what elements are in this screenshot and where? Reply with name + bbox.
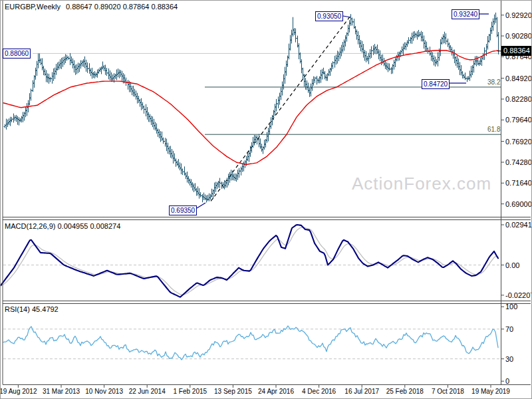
price-level-box[interactable]: 0.93050 (315, 11, 343, 21)
label-connector (197, 203, 205, 208)
date-label: 19 Aug 2012 (0, 388, 37, 395)
rsi-panel-label: RSI(14) 45.4792 (5, 305, 59, 313)
rsi-indicator-value: 45.4792 (32, 305, 59, 313)
fib-label-61.8: 61.8 (487, 126, 500, 133)
date-label: 13 Sep 2015 (214, 388, 252, 395)
date-label: 19 May 2019 (471, 388, 510, 395)
price-axis-label: 0.79640 (505, 116, 532, 124)
close-value: 0.88364 (151, 3, 178, 11)
rsi-indicator-name: RSI(14) (5, 305, 30, 313)
date-label: 7 Oct 2018 (432, 388, 464, 395)
symbol-timeframe-label: EURGBP,Weekly (5, 3, 61, 11)
open-value: 0.88647 (66, 3, 92, 11)
date-label: 31 Mar 2013 (43, 388, 80, 395)
price-axis-label: 0.90280 (505, 32, 532, 40)
high-value: 0.89020 (94, 3, 121, 11)
fib-label-38.2: 38.2 (487, 78, 500, 86)
rsi-axis-label: 30 (505, 355, 513, 363)
price-level-box[interactable]: 0.69350 (169, 205, 197, 215)
label-connector (343, 16, 350, 17)
price-axis-label: 0.82280 (505, 95, 532, 103)
watermark: ActionForex.com (352, 174, 491, 194)
rsi-line (3, 326, 498, 360)
date-label: 4 Dec 2016 (302, 388, 336, 395)
macd-indicator-values: 0.004955 0.008274 (57, 222, 120, 230)
price-level-box[interactable]: 0.93240 (452, 9, 479, 19)
chart-window: EURGBP,Weekly0.88647 0.89020 0.87864 0.8… (0, 0, 532, 399)
price-axis-label: 0.76920 (505, 138, 532, 146)
price-axis-label: 0.74280 (505, 158, 532, 166)
current-price-tag: 0.88364 (501, 46, 532, 56)
date-label: 1 Feb 2015 (173, 388, 207, 395)
date-label: 10 Nov 2013 (85, 388, 123, 395)
rsi-axis-label: 0 (505, 377, 509, 385)
macd-panel-label: MACD(12,26,9) 0.004955 0.008274 (5, 222, 120, 230)
rsi-axis-label: 100 (505, 303, 517, 311)
trendline (211, 15, 351, 201)
price-axis-label: 0.69000 (505, 200, 532, 208)
date-label: 25 Feb 2018 (386, 388, 424, 395)
date-label: 22 Jun 2014 (129, 388, 166, 395)
price-axis-label: 0.71640 (505, 179, 532, 187)
date-label: 24 Apr 2016 (258, 388, 294, 395)
price-level-box[interactable]: 0.88060 (3, 49, 31, 59)
macd-axis-label: 0.00 (505, 261, 519, 269)
macd-axis-label: 0.029412 (505, 221, 532, 229)
macd-line (1, 225, 498, 297)
price-axis-label: 0.92920 (505, 11, 532, 19)
price-plot-svg[interactable] (1, 1, 532, 399)
macd-indicator-name: MACD(12,26,9) (5, 222, 55, 230)
macd-signal-line (1, 227, 498, 295)
rsi-axis-label: 70 (505, 325, 513, 333)
date-label: 16 Jul 2017 (344, 388, 379, 395)
macd-axis-label: -0.022074 (505, 291, 532, 299)
price-axis-label: 0.84920 (505, 74, 532, 82)
price-level-box[interactable]: 0.84720 (422, 79, 450, 89)
chart-title: EURGBP,Weekly0.88647 0.89020 0.87864 0.8… (5, 3, 178, 11)
low-value: 0.87864 (123, 3, 150, 11)
